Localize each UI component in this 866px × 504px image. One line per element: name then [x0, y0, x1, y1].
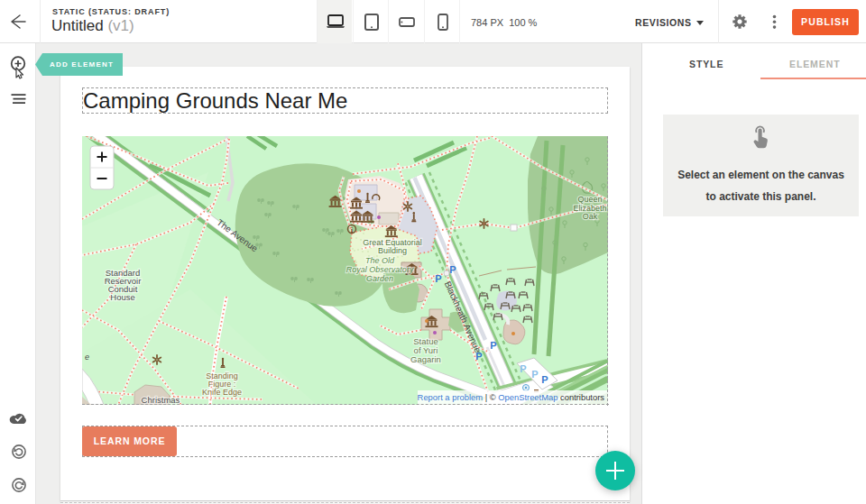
svg-text:The Old: The Old: [365, 256, 395, 265]
svg-text:Building: Building: [378, 246, 407, 255]
svg-text:P: P: [520, 363, 526, 374]
svg-text:Gagarin: Gagarin: [410, 354, 441, 364]
svg-text:Royal Observatory: Royal Observatory: [346, 265, 414, 274]
svg-text:P: P: [490, 340, 496, 351]
svg-text:Oak: Oak: [583, 212, 598, 221]
svg-text:e: e: [85, 353, 89, 362]
svg-text:P: P: [541, 374, 548, 385]
svg-text:Elizabeth: Elizabeth: [573, 204, 606, 213]
svg-text:Report a problem | © OpenStree: Report a problem | © OpenStreetMap contr…: [418, 392, 605, 402]
svg-text:P: P: [531, 369, 538, 380]
svg-text:Knife Edge: Knife Edge: [202, 388, 242, 397]
svg-text:P: P: [435, 273, 441, 284]
svg-text:Garden: Garden: [366, 274, 393, 283]
svg-text:P: P: [449, 264, 456, 275]
svg-text:House: House: [110, 292, 134, 302]
svg-text:Queen: Queen: [577, 195, 602, 204]
